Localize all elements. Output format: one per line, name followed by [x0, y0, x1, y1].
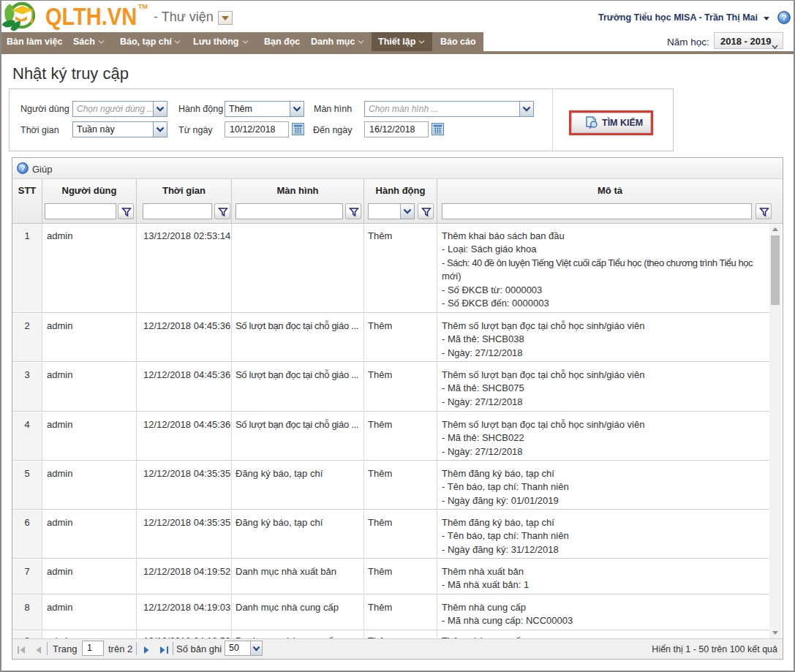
- svg-text:?: ?: [781, 13, 786, 22]
- svg-text:?: ?: [20, 165, 25, 173]
